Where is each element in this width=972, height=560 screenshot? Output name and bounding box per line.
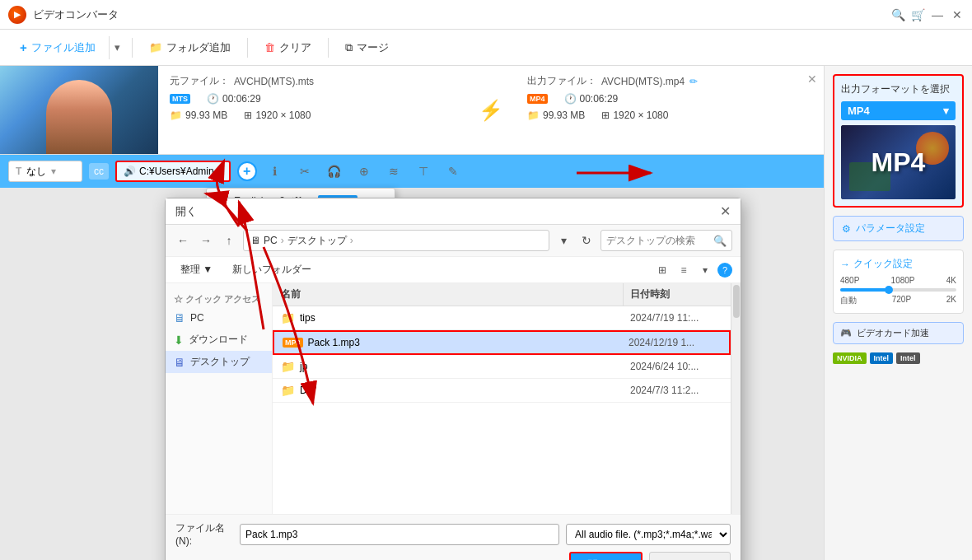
breadcrumb-desktop: デスクトップ <box>287 234 347 248</box>
source-header: 元ファイル： AVCHD(MTS).mts <box>170 74 455 88</box>
file-row-jp[interactable]: 📁 jp 2024/6/24 10:... <box>273 355 731 379</box>
add-file-dropdown[interactable]: ▾ <box>109 36 125 59</box>
merge-button[interactable]: ⧉ マージ <box>335 36 399 59</box>
trash-icon: 🗑 <box>264 41 275 54</box>
cc-button[interactable]: cc <box>89 163 109 180</box>
nav-refresh-button[interactable]: ↻ <box>577 231 596 250</box>
add-file-label: ファイル追加 <box>31 40 96 55</box>
filetype-select[interactable]: All audio file. (*.mp3;*.m4a;*.wa <box>566 524 731 545</box>
search-icon[interactable]: 🔍 <box>891 8 904 21</box>
source-label: 元ファイル： <box>170 74 229 88</box>
headphone-icon[interactable]: 🎧 <box>323 160 346 183</box>
file-row: 元ファイル： AVCHD(MTS).mts MTS 🕐 00:06:29 📁 <box>0 66 824 155</box>
breadcrumb-bar: 🖥 PC › デスクトップ › <box>243 230 549 251</box>
source-size-item: 📁 99.93 MB <box>170 110 227 121</box>
sidebar-item-download[interactable]: ⬇ ダウンロード <box>166 329 272 351</box>
quick-settings-title: → クイック設定 <box>840 257 956 271</box>
add-track-button[interactable]: + <box>237 161 257 181</box>
dialog-close-button[interactable]: ✕ <box>720 203 731 219</box>
help-button[interactable]: ? <box>717 263 732 278</box>
file-row-close[interactable]: ✕ <box>807 72 817 86</box>
sidebar-desktop-label: デスクトップ <box>190 355 250 369</box>
scroll-thumb[interactable] <box>733 285 740 318</box>
nav-dropdown-button[interactable]: ▾ <box>554 231 572 250</box>
source-duration: 00:06:29 <box>222 93 261 105</box>
window-controls: 🔍 🛒 — ✕ <box>891 8 964 21</box>
clear-label: クリア <box>279 40 311 55</box>
nav-forward-button[interactable]: → <box>197 231 215 250</box>
dialog-cancel-button[interactable]: キャンセル <box>649 552 731 560</box>
new-folder-button[interactable]: 新しいフォルダー <box>226 260 318 279</box>
edit-icon[interactable]: ✏ <box>689 76 698 87</box>
volume-icon: 🔊 <box>124 166 136 177</box>
cut-icon[interactable]: ✂ <box>293 160 316 183</box>
params-button[interactable]: ⚙ パラメータ設定 <box>833 216 964 241</box>
sidebar-section-quickaccess: ☆ クイック アクセス <box>166 290 272 307</box>
nav-back-button[interactable]: ← <box>174 231 192 250</box>
divider-3 <box>328 38 329 58</box>
dialog-toolbar: 整理 ▼ 新しいフォルダー ⊞ ≡ ▾ ? <box>166 257 741 283</box>
subtitle-icon[interactable]: ⊤ <box>412 160 435 183</box>
filename-row: ファイル名(N): All audio file. (*.mp3;*.m4a;*… <box>175 521 731 547</box>
intel-badge-1: Intel <box>870 352 894 364</box>
clock-icon: 🕐 <box>207 93 219 105</box>
info-icon[interactable]: ℹ <box>264 160 287 183</box>
file-row-pack1[interactable]: MP3 Pack 1.mp3 2024/12/19 1... <box>273 330 731 355</box>
file-pack1-name: MP3 Pack 1.mp3 <box>274 332 622 353</box>
file-dw-date: 2024/7/3 11:2... <box>624 380 731 401</box>
res-720p: 720P <box>892 295 911 306</box>
source-duration-item: 🕐 00:06:29 <box>207 93 261 105</box>
subtitle-selector[interactable]: T なし ▾ <box>8 161 82 182</box>
filename-input[interactable] <box>240 524 559 545</box>
file-jp-date: 2024/6/24 10:... <box>624 356 731 377</box>
gpu-button[interactable]: 🎮 ビデオカード加速 <box>833 322 964 344</box>
clock-icon-o: 🕐 <box>564 93 577 105</box>
format-dropdown[interactable]: MP4 ▾ <box>841 101 956 120</box>
file-row-dw[interactable]: 📁 DW 2024/7/3 11:2... <box>273 379 731 403</box>
filename-label: ファイル名(N): <box>175 521 233 547</box>
file-tips-name: 📁 tips <box>273 306 624 329</box>
sidebar-item-desktop[interactable]: 🖥 デスクトップ <box>166 351 272 373</box>
add-effect-icon[interactable]: ⊕ <box>353 160 376 183</box>
format-selected: MP4 <box>848 105 870 117</box>
dialog-ok-button[interactable]: 開く(O) <box>569 552 643 560</box>
add-folder-button[interactable]: 📁 フォルダ追加 <box>139 36 241 59</box>
breadcrumb-sep-1: › <box>281 235 284 246</box>
mts-icon: MTS <box>170 94 190 104</box>
res-480p: 480P <box>840 276 859 285</box>
breadcrumb-sep-2: › <box>350 235 353 246</box>
search-input[interactable] <box>606 235 710 246</box>
dialog-sidebar: ☆ クイック アクセス 🖥 PC ⬇ ダウンロード 🖥 デスクトップ <box>166 283 273 514</box>
scrollbar[interactable] <box>731 283 741 514</box>
file-row-tips[interactable]: 📁 tips 2024/7/19 11:... <box>273 306 731 330</box>
search-box: 🔍 <box>600 230 732 251</box>
audio-track-selector[interactable]: 🔊 C:¥Users¥Admin ▾ <box>115 161 231 182</box>
quick-settings-label: クイック設定 <box>853 257 913 271</box>
source-info: 元ファイル： AVCHD(MTS).mts MTS 🕐 00:06:29 📁 <box>158 66 466 154</box>
clear-button[interactable]: 🗑 クリア <box>255 36 321 59</box>
view-details-button[interactable]: ▾ <box>696 261 714 279</box>
view-list-button[interactable]: ≡ <box>675 261 693 279</box>
merge-label: マージ <box>357 40 389 55</box>
output-duration: 00:06:29 <box>580 93 619 105</box>
cart-icon[interactable]: 🛒 <box>911 8 924 21</box>
params-label: パラメータ設定 <box>856 222 925 236</box>
settings-icon[interactable]: ✎ <box>442 160 465 183</box>
main-toolbar: + ファイル追加 ▾ 📁 フォルダ追加 🗑 クリア ⧉ マージ <box>0 30 972 66</box>
close-button[interactable]: ✕ <box>951 8 964 21</box>
nav-up-button[interactable]: ↑ <box>220 231 238 250</box>
breadcrumb-pc: PC <box>264 235 278 246</box>
thumbnail-person <box>46 80 112 154</box>
sidebar-item-pc[interactable]: 🖥 PC <box>166 307 272 329</box>
right-panel: 出力フォーマットを選択 MP4 ▾ MP4 ⚙ パラメータ設定 → クイック設定… <box>824 66 972 560</box>
slider-thumb[interactable] <box>885 286 893 294</box>
view-grid-button[interactable]: ⊞ <box>653 261 671 279</box>
main-area: 元ファイル： AVCHD(MTS).mts MTS 🕐 00:06:29 📁 <box>0 66 972 560</box>
add-file-button[interactable]: + ファイル追加 <box>10 36 105 59</box>
organize-button[interactable]: 整理 ▼ <box>174 260 219 279</box>
watermark-icon[interactable]: ≋ <box>382 160 405 183</box>
source-resolution: 1920 × 1080 <box>255 110 311 121</box>
sidebar-download-label: ダウンロード <box>189 333 248 347</box>
dialog-buttons: 開く(O) キャンセル <box>175 552 731 560</box>
minimize-button[interactable]: — <box>931 8 944 21</box>
